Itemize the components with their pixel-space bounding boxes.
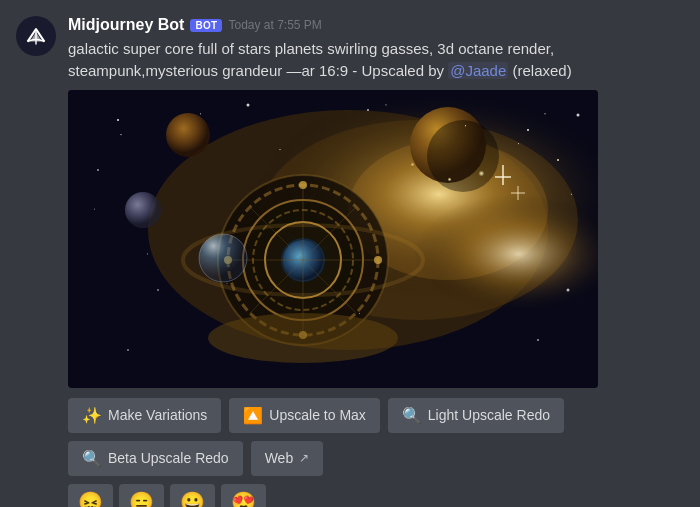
svg-point-4 <box>258 120 578 320</box>
emoji-reaction-2[interactable]: 😑 <box>119 484 164 508</box>
make-variations-label: Make Variations <box>108 407 207 423</box>
svg-point-40 <box>567 288 570 291</box>
svg-point-27 <box>199 234 247 282</box>
svg-point-35 <box>527 129 529 131</box>
image-container <box>68 90 684 388</box>
svg-line-18 <box>250 207 356 313</box>
svg-point-37 <box>557 159 559 161</box>
svg-point-21 <box>299 331 307 339</box>
svg-point-25 <box>166 113 210 157</box>
light-upscale-redo-button[interactable]: 🔍 Light Upscale Redo <box>388 398 564 433</box>
beta-upscale-redo-label: Beta Upscale Redo <box>108 450 229 466</box>
svg-line-17 <box>250 207 356 313</box>
message-content: Midjourney Bot BOT Today at 7:55 PM gala… <box>68 16 684 507</box>
bot-name: Midjourney Bot <box>68 16 184 34</box>
svg-point-22 <box>299 181 307 189</box>
svg-point-23 <box>410 107 486 183</box>
svg-rect-7 <box>68 90 598 388</box>
svg-point-19 <box>374 256 382 264</box>
svg-point-11 <box>253 210 353 310</box>
message-timestamp: Today at 7:55 PM <box>228 18 321 32</box>
image-overlay-svg <box>68 90 598 388</box>
emoji-reaction-3[interactable]: 😀 <box>170 484 215 508</box>
avatar <box>16 16 56 56</box>
message-text: galactic super core full of stars planet… <box>68 38 684 82</box>
external-link-icon: ↗ <box>299 451 309 465</box>
emoji-reaction-1[interactable]: 😖 <box>68 484 113 508</box>
svg-point-44 <box>183 225 423 295</box>
relaxed-text: (relaxed) <box>508 62 571 79</box>
web-label: Web <box>265 450 294 466</box>
message-container: Midjourney Bot BOT Today at 7:55 PM gala… <box>16 16 684 507</box>
buttons-row-1: ✨ Make Variations 🔼 Upscale to Max 🔍 Lig… <box>68 398 684 433</box>
svg-point-33 <box>247 103 250 106</box>
generated-image <box>68 90 598 388</box>
svg-point-39 <box>157 289 159 291</box>
svg-point-5 <box>348 140 548 280</box>
beta-upscale-icon: 🔍 <box>82 449 102 468</box>
upscale-max-label: Upscale to Max <box>269 407 365 423</box>
svg-point-12 <box>265 222 341 298</box>
svg-point-24 <box>427 120 499 192</box>
variations-icon: ✨ <box>82 406 102 425</box>
svg-point-34 <box>367 109 369 111</box>
svg-point-32 <box>117 119 119 121</box>
svg-point-3 <box>148 110 548 350</box>
upscale-max-button[interactable]: 🔼 Upscale to Max <box>229 398 379 433</box>
svg-point-42 <box>537 339 539 341</box>
svg-point-26 <box>125 192 161 228</box>
buttons-row-2: 🔍 Beta Upscale Redo Web ↗ <box>68 441 684 476</box>
svg-point-14 <box>283 240 323 280</box>
emoji-reactions-row: 😖 😑 😀 😍 <box>68 484 684 508</box>
emoji-reaction-4[interactable]: 😍 <box>221 484 266 508</box>
svg-rect-2 <box>68 90 598 388</box>
svg-point-43 <box>208 313 398 363</box>
upscale-max-icon: 🔼 <box>243 406 263 425</box>
upscaled-by-text: - Upscaled by <box>348 62 448 79</box>
light-upscale-redo-label: Light Upscale Redo <box>428 407 550 423</box>
beta-upscale-redo-button[interactable]: 🔍 Beta Upscale Redo <box>68 441 243 476</box>
svg-point-10 <box>243 200 363 320</box>
svg-rect-6 <box>68 90 598 388</box>
make-variations-button[interactable]: ✨ Make Variations <box>68 398 221 433</box>
svg-point-8 <box>218 175 388 345</box>
mention-tag: @Jaade <box>448 62 508 79</box>
svg-point-13 <box>281 238 325 282</box>
svg-point-9 <box>228 185 378 335</box>
svg-point-38 <box>97 169 99 171</box>
svg-point-20 <box>224 256 232 264</box>
bot-badge: BOT <box>190 19 222 32</box>
web-button[interactable]: Web ↗ <box>251 441 324 476</box>
light-upscale-icon: 🔍 <box>402 406 422 425</box>
message-header: Midjourney Bot BOT Today at 7:55 PM <box>68 16 684 34</box>
svg-point-36 <box>577 113 580 116</box>
svg-point-41 <box>127 349 129 351</box>
